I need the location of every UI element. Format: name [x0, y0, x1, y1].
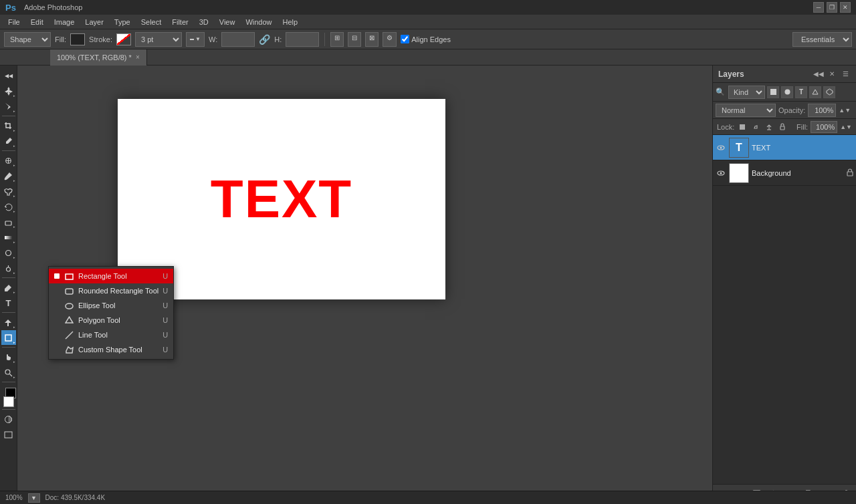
- screen-mode-btn[interactable]: [1, 427, 16, 442]
- filter-kind-dropdown[interactable]: Kind: [728, 86, 765, 99]
- filter-pixel-btn[interactable]: [767, 86, 779, 98]
- filter-shape-btn[interactable]: [809, 86, 821, 98]
- clone-stamp-btn[interactable]: ▸: [1, 184, 16, 199]
- svg-line-18: [66, 332, 73, 339]
- tab-title: 100% (TEXT, RGB/8) *: [57, 53, 132, 61]
- history-brush-btn[interactable]: ▸: [1, 199, 16, 214]
- menu-file[interactable]: File: [3, 17, 25, 27]
- lock-position-icon[interactable]: [764, 122, 774, 132]
- stroke-size-dropdown[interactable]: 3 pt: [135, 32, 182, 47]
- quick-mask-btn[interactable]: [1, 412, 16, 426]
- popup-polygon-tool[interactable]: Polygon Tool U: [49, 313, 173, 328]
- zoom-options-btn[interactable]: ▼: [28, 493, 40, 503]
- restore-button[interactable]: ❐: [827, 2, 837, 13]
- popup-rounded-rectangle-tool[interactable]: Rounded Rectangle Tool U: [49, 283, 173, 298]
- zoom-level: 100%: [5, 494, 23, 501]
- filter-type-btn[interactable]: T: [795, 86, 807, 98]
- background-color[interactable]: [3, 396, 14, 407]
- line-tool-label: Line Tool: [78, 331, 158, 339]
- align-edges-checkbox[interactable]: [401, 35, 409, 43]
- gear-icon[interactable]: ⚙: [383, 32, 397, 47]
- popup-line-tool[interactable]: Line Tool U: [49, 328, 173, 342]
- align-btn2[interactable]: ⊟: [348, 32, 361, 47]
- filter-smart-btn[interactable]: [823, 86, 835, 98]
- filter-adjustment-btn[interactable]: [781, 86, 793, 98]
- lock-pixels-icon[interactable]: [737, 122, 748, 132]
- menu-image[interactable]: Image: [49, 17, 80, 27]
- eraser-tool-btn[interactable]: ▸: [1, 215, 16, 229]
- tool-mode-dropdown[interactable]: Shape Path Pixels: [4, 32, 51, 47]
- layer-item-text[interactable]: T TEXT: [713, 135, 856, 160]
- arrange-btn[interactable]: ⊠: [365, 32, 379, 47]
- window-controls[interactable]: ─ ❐ ✕: [813, 2, 851, 13]
- svg-point-10: [5, 370, 10, 374]
- stroke-color-swatch[interactable]: [116, 33, 131, 45]
- svg-point-20: [784, 90, 790, 95]
- menu-layer[interactable]: Layer: [80, 17, 109, 27]
- align-edges-toggle[interactable]: Align Edges: [401, 35, 451, 43]
- layers-filter-bar: 🔍 Kind T: [713, 83, 856, 102]
- menu-select[interactable]: Select: [136, 17, 167, 27]
- popup-rectangle-tool[interactable]: Rectangle Tool U: [49, 269, 173, 283]
- hand-tool-btn[interactable]: ▸: [1, 350, 16, 364]
- options-bar: Shape Path Pixels Fill: Stroke: 3 pt ▼ W…: [0, 29, 856, 49]
- fill-stepper[interactable]: ▲▼: [840, 124, 852, 130]
- menu-filter[interactable]: Filter: [167, 17, 193, 27]
- pen-tool-btn[interactable]: ▸: [1, 280, 16, 295]
- menu-view[interactable]: View: [214, 17, 241, 27]
- toolbar-collapse-btn[interactable]: ◀◀: [1, 68, 16, 83]
- width-input[interactable]: [221, 32, 255, 47]
- layers-lock-bar: Lock: Fill: ▲▼: [713, 119, 856, 135]
- panel-close-btn[interactable]: ✕: [827, 69, 837, 80]
- tab-close-button[interactable]: ×: [136, 53, 140, 61]
- eyedropper-tool-btn[interactable]: ▸: [1, 134, 16, 148]
- stroke-options-btn[interactable]: ▼: [186, 32, 205, 47]
- type-tool-btn[interactable]: T: [1, 295, 16, 310]
- height-input[interactable]: [286, 32, 319, 47]
- menu-help[interactable]: Help: [278, 17, 304, 27]
- brush-tool-btn[interactable]: ▸: [1, 168, 16, 183]
- fill-color-swatch[interactable]: [70, 33, 85, 45]
- opacity-stepper[interactable]: ▲▼: [839, 107, 851, 114]
- move-tool-btn[interactable]: ▸: [1, 84, 16, 98]
- menu-3d[interactable]: 3D: [194, 17, 214, 27]
- blur-tool-btn[interactable]: ▸: [1, 245, 16, 260]
- crop-tool-btn[interactable]: ▸: [1, 118, 16, 133]
- close-button[interactable]: ✕: [840, 2, 851, 13]
- link-icon[interactable]: 🔗: [259, 34, 270, 45]
- toolbar-separator-6: [2, 382, 15, 382]
- svg-rect-29: [847, 172, 853, 176]
- layer-item-background[interactable]: Background: [713, 160, 856, 186]
- document-tab[interactable]: 100% (TEXT, RGB/8) * ×: [50, 49, 147, 66]
- lock-image-icon[interactable]: [750, 122, 761, 132]
- svg-point-26: [720, 146, 722, 148]
- lock-all-icon[interactable]: [777, 122, 788, 132]
- layer-eye-text[interactable]: [716, 142, 726, 153]
- blend-mode-dropdown[interactable]: Normal: [716, 104, 776, 117]
- shape-tool-btn[interactable]: ▸: [1, 330, 16, 345]
- fill-input[interactable]: [811, 121, 837, 133]
- zoom-tool-btn[interactable]: ▸: [1, 365, 16, 380]
- minimize-button[interactable]: ─: [813, 2, 824, 13]
- popup-custom-shape-tool[interactable]: Custom Shape Tool U: [49, 342, 173, 357]
- menu-type[interactable]: Type: [109, 17, 136, 27]
- ellipse-tool-icon: [64, 300, 74, 311]
- opacity-input[interactable]: [808, 104, 836, 117]
- menu-edit[interactable]: Edit: [25, 17, 49, 27]
- filter-label: 🔍: [716, 88, 725, 96]
- gradient-tool-btn[interactable]: ▸: [1, 230, 16, 245]
- align-btn1[interactable]: ⊞: [330, 32, 344, 47]
- path-component-btn[interactable]: ▸: [1, 315, 16, 330]
- menu-window[interactable]: Window: [240, 17, 277, 27]
- healing-brush-btn[interactable]: ▸: [1, 153, 16, 168]
- essentials-dropdown[interactable]: Essentials: [792, 32, 852, 47]
- panel-collapse-btn[interactable]: ◀◀: [813, 69, 824, 80]
- color-boxes[interactable]: [3, 386, 14, 407]
- path-selection-tool-btn[interactable]: ▸: [1, 99, 16, 114]
- layer-eye-background[interactable]: [716, 168, 726, 178]
- canvas-area: TEXT Rectangle Tool U Rounded Rectangle …: [17, 66, 712, 504]
- panel-menu-btn[interactable]: ☰: [840, 69, 851, 80]
- popup-ellipse-tool[interactable]: Ellipse Tool U: [49, 298, 173, 313]
- dodge-tool-btn[interactable]: ▸: [1, 261, 16, 275]
- svg-point-6: [6, 250, 11, 255]
